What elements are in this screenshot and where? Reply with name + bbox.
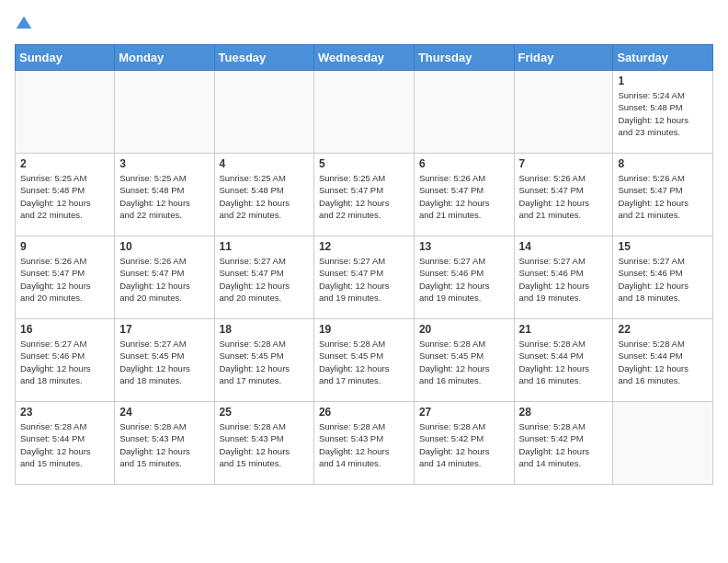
calendar-cell [514, 71, 613, 154]
calendar-cell [115, 71, 214, 154]
calendar-week-row: 2Sunrise: 5:25 AM Sunset: 5:48 PM Daylig… [16, 154, 713, 236]
weekday-header-friday: Friday [514, 45, 613, 71]
weekday-header-row: SundayMondayTuesdayWednesdayThursdayFrid… [16, 45, 713, 71]
day-info: Sunrise: 5:26 AM Sunset: 5:47 PM Dayligh… [20, 255, 109, 304]
calendar-cell: 27Sunrise: 5:28 AM Sunset: 5:42 PM Dayli… [414, 402, 514, 485]
day-info: Sunrise: 5:25 AM Sunset: 5:47 PM Dayligh… [319, 172, 409, 221]
calendar-cell: 14Sunrise: 5:27 AM Sunset: 5:46 PM Dayli… [514, 236, 613, 319]
calendar-cell: 16Sunrise: 5:27 AM Sunset: 5:46 PM Dayli… [16, 319, 115, 402]
day-number: 5 [319, 157, 409, 170]
day-info: Sunrise: 5:28 AM Sunset: 5:45 PM Dayligh… [319, 338, 409, 386]
day-info: Sunrise: 5:28 AM Sunset: 5:44 PM Dayligh… [618, 338, 708, 386]
calendar-cell: 8Sunrise: 5:26 AM Sunset: 5:47 PM Daylig… [613, 154, 713, 236]
calendar-table: SundayMondayTuesdayWednesdayThursdayFrid… [15, 44, 713, 485]
day-info: Sunrise: 5:28 AM Sunset: 5:44 PM Dayligh… [20, 420, 109, 469]
calendar-cell: 26Sunrise: 5:28 AM Sunset: 5:43 PM Dayli… [313, 402, 414, 485]
logo-icon [15, 15, 33, 33]
calendar-cell: 23Sunrise: 5:28 AM Sunset: 5:44 PM Dayli… [16, 402, 115, 485]
day-number: 17 [119, 323, 209, 336]
calendar-cell [414, 71, 514, 154]
calendar-cell: 12Sunrise: 5:27 AM Sunset: 5:47 PM Dayli… [313, 236, 414, 319]
weekday-header-sunday: Sunday [16, 45, 115, 71]
day-info: Sunrise: 5:27 AM Sunset: 5:46 PM Dayligh… [618, 255, 708, 304]
calendar-cell [613, 402, 713, 485]
day-number: 20 [419, 323, 509, 336]
day-number: 6 [419, 157, 509, 170]
day-info: Sunrise: 5:28 AM Sunset: 5:44 PM Dayligh… [519, 338, 609, 386]
calendar-cell: 17Sunrise: 5:27 AM Sunset: 5:45 PM Dayli… [115, 319, 214, 402]
day-number: 24 [119, 406, 209, 419]
calendar-cell: 20Sunrise: 5:28 AM Sunset: 5:45 PM Dayli… [414, 319, 514, 402]
calendar-cell: 18Sunrise: 5:28 AM Sunset: 5:45 PM Dayli… [214, 319, 313, 402]
day-number: 26 [319, 406, 409, 419]
weekday-header-wednesday: Wednesday [313, 45, 414, 71]
calendar-cell: 11Sunrise: 5:27 AM Sunset: 5:47 PM Dayli… [214, 236, 313, 319]
day-info: Sunrise: 5:25 AM Sunset: 5:48 PM Dayligh… [220, 172, 309, 221]
day-number: 10 [119, 240, 209, 253]
day-number: 3 [119, 157, 209, 170]
calendar-cell: 7Sunrise: 5:26 AM Sunset: 5:47 PM Daylig… [514, 154, 613, 236]
calendar-week-row: 23Sunrise: 5:28 AM Sunset: 5:44 PM Dayli… [16, 402, 713, 485]
calendar-week-row: 1Sunrise: 5:24 AM Sunset: 5:48 PM Daylig… [16, 71, 713, 154]
day-number: 27 [419, 406, 509, 419]
day-number: 1 [618, 75, 708, 87]
day-info: Sunrise: 5:27 AM Sunset: 5:47 PM Dayligh… [220, 255, 309, 304]
day-info: Sunrise: 5:28 AM Sunset: 5:43 PM Dayligh… [319, 420, 409, 469]
day-info: Sunrise: 5:24 AM Sunset: 5:48 PM Dayligh… [618, 89, 708, 138]
day-number: 28 [519, 406, 609, 419]
day-number: 4 [220, 157, 309, 170]
calendar-cell: 15Sunrise: 5:27 AM Sunset: 5:46 PM Dayli… [613, 236, 713, 319]
calendar-cell: 3Sunrise: 5:25 AM Sunset: 5:48 PM Daylig… [115, 154, 214, 236]
day-number: 9 [20, 240, 109, 253]
day-number: 18 [220, 323, 309, 336]
calendar-week-row: 16Sunrise: 5:27 AM Sunset: 5:46 PM Dayli… [16, 319, 713, 402]
day-number: 21 [519, 323, 609, 336]
calendar-cell: 5Sunrise: 5:25 AM Sunset: 5:47 PM Daylig… [313, 154, 414, 236]
calendar-cell: 28Sunrise: 5:28 AM Sunset: 5:42 PM Dayli… [514, 402, 613, 485]
weekday-header-monday: Monday [115, 45, 214, 71]
day-number: 8 [618, 157, 708, 170]
calendar-cell: 1Sunrise: 5:24 AM Sunset: 5:48 PM Daylig… [613, 71, 713, 154]
weekday-header-thursday: Thursday [414, 45, 514, 71]
day-number: 23 [20, 406, 109, 419]
day-info: Sunrise: 5:28 AM Sunset: 5:43 PM Dayligh… [119, 420, 209, 469]
day-info: Sunrise: 5:28 AM Sunset: 5:45 PM Dayligh… [419, 338, 509, 386]
day-number: 7 [519, 157, 609, 170]
calendar-cell: 22Sunrise: 5:28 AM Sunset: 5:44 PM Dayli… [613, 319, 713, 402]
calendar-cell: 2Sunrise: 5:25 AM Sunset: 5:48 PM Daylig… [16, 154, 115, 236]
day-info: Sunrise: 5:27 AM Sunset: 5:47 PM Dayligh… [319, 255, 409, 304]
logo [15, 15, 37, 33]
day-number: 14 [519, 240, 609, 253]
calendar-week-row: 9Sunrise: 5:26 AM Sunset: 5:47 PM Daylig… [16, 236, 713, 319]
calendar-cell [16, 71, 115, 154]
calendar-cell: 10Sunrise: 5:26 AM Sunset: 5:47 PM Dayli… [115, 236, 214, 319]
calendar-cell: 9Sunrise: 5:26 AM Sunset: 5:47 PM Daylig… [16, 236, 115, 319]
weekday-header-saturday: Saturday [613, 45, 713, 71]
calendar-cell [214, 71, 313, 154]
day-number: 19 [319, 323, 409, 336]
calendar-cell: 6Sunrise: 5:26 AM Sunset: 5:47 PM Daylig… [414, 154, 514, 236]
day-info: Sunrise: 5:26 AM Sunset: 5:47 PM Dayligh… [419, 172, 509, 221]
day-info: Sunrise: 5:25 AM Sunset: 5:48 PM Dayligh… [20, 172, 109, 221]
page-header [15, 15, 713, 33]
day-info: Sunrise: 5:28 AM Sunset: 5:42 PM Dayligh… [419, 420, 509, 469]
day-number: 11 [220, 240, 309, 253]
day-info: Sunrise: 5:26 AM Sunset: 5:47 PM Dayligh… [119, 255, 209, 304]
day-info: Sunrise: 5:26 AM Sunset: 5:47 PM Dayligh… [618, 172, 708, 221]
calendar-cell: 24Sunrise: 5:28 AM Sunset: 5:43 PM Dayli… [115, 402, 214, 485]
day-number: 2 [20, 157, 109, 170]
day-info: Sunrise: 5:28 AM Sunset: 5:42 PM Dayligh… [519, 420, 609, 469]
day-number: 16 [20, 323, 109, 336]
calendar-cell: 19Sunrise: 5:28 AM Sunset: 5:45 PM Dayli… [313, 319, 414, 402]
day-number: 15 [618, 240, 708, 253]
day-info: Sunrise: 5:28 AM Sunset: 5:43 PM Dayligh… [220, 420, 309, 469]
calendar-cell: 21Sunrise: 5:28 AM Sunset: 5:44 PM Dayli… [514, 319, 613, 402]
day-number: 22 [618, 323, 708, 336]
day-number: 13 [419, 240, 509, 253]
day-info: Sunrise: 5:27 AM Sunset: 5:46 PM Dayligh… [519, 255, 609, 304]
day-info: Sunrise: 5:27 AM Sunset: 5:46 PM Dayligh… [419, 255, 509, 304]
calendar-cell [313, 71, 414, 154]
day-info: Sunrise: 5:27 AM Sunset: 5:46 PM Dayligh… [20, 338, 109, 386]
calendar-cell: 13Sunrise: 5:27 AM Sunset: 5:46 PM Dayli… [414, 236, 514, 319]
calendar-cell: 4Sunrise: 5:25 AM Sunset: 5:48 PM Daylig… [214, 154, 313, 236]
